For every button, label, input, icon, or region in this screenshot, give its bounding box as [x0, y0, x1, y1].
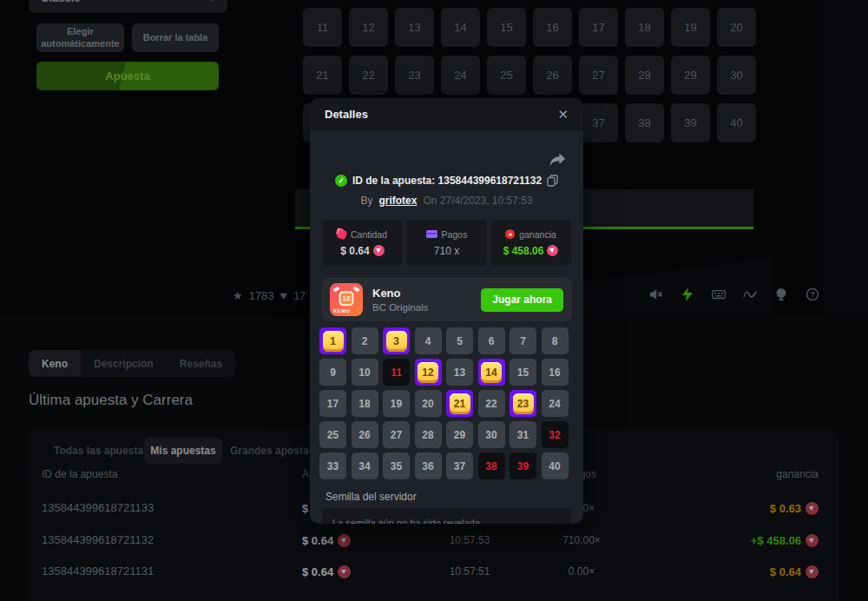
ticket-decoration [352, 286, 359, 292]
tile-number: 12 [339, 291, 354, 306]
keno-number-cell: 8 [542, 327, 569, 354]
tron-coin-icon [373, 245, 385, 256]
keno-number-cell: 5 [446, 327, 473, 354]
keno-number-cell: 21 [446, 390, 473, 417]
payout-icon [426, 230, 437, 238]
modal-keno-grid: 1234567891011121314151617181920212223242… [319, 327, 569, 479]
stat-amount-value: $ 0.64 [340, 245, 369, 257]
share-icon[interactable] [549, 152, 566, 168]
keno-number-cell: 18 [352, 390, 378, 417]
profit-icon [505, 229, 515, 239]
keno-number-cell: 30 [478, 421, 505, 448]
game-provider: BC Originals [372, 302, 429, 313]
keno-number-cell: 38 [478, 452, 505, 479]
stat-profit-value: $ 458.06 [503, 245, 544, 257]
modal-header: Detalles ✕ [310, 98, 583, 130]
stat-profit-label: ganancia [519, 229, 556, 240]
modal-title: Detalles [325, 108, 368, 121]
keno-number-cell: 32 [542, 421, 569, 448]
bet-id-text: ID de la apuesta: 135844399618721132 [352, 175, 542, 187]
keno-number-cell: 2 [352, 327, 378, 354]
bet-id-row: ✓ ID de la apuesta: 135844399618721132 [310, 175, 583, 187]
keno-number-cell: 4 [415, 327, 442, 354]
stat-profit: ganancia $ 458.06 [490, 220, 571, 266]
server-seed-field[interactable]: La semilla aún no ha sido revelada [322, 508, 571, 524]
keno-number-cell: 31 [510, 421, 536, 448]
keno-number-cell: 10 [352, 359, 378, 386]
hit-gold-chip: 23 [513, 393, 534, 414]
keno-game-thumbnail: 12 KENO [330, 283, 363, 316]
tron-coin-icon [547, 245, 558, 256]
copy-icon[interactable] [547, 175, 558, 187]
keno-game-page: Classic › Elegir automáticamente Borrar … [0, 0, 868, 601]
keno-number-cell: 3 [383, 327, 410, 354]
keno-number-cell: 35 [383, 452, 410, 479]
stat-payout-value: 710 x [434, 245, 459, 257]
keno-number-cell: 19 [383, 390, 410, 417]
keno-number-cell: 27 [383, 421, 410, 448]
keno-number-cell: 12 [415, 359, 442, 386]
bet-details-modal: Detalles ✕ ✓ ID de la apuesta: 135844399… [310, 98, 583, 524]
amount-icon [337, 228, 348, 240]
keno-number-cell: 28 [415, 421, 442, 448]
keno-number-cell: 40 [542, 452, 569, 479]
keno-number-cell: 34 [352, 452, 378, 479]
keno-number-cell: 17 [319, 390, 346, 417]
close-icon[interactable]: ✕ [557, 107, 569, 122]
keno-number-cell: 22 [478, 390, 505, 417]
bet-byline: By grifotex On 27/4/2023, 10:57:53 [310, 195, 583, 207]
keno-number-cell: 29 [446, 421, 473, 448]
keno-number-cell: 37 [446, 452, 473, 479]
tile-label: KENO [333, 308, 350, 314]
keno-number-cell: 25 [319, 421, 346, 448]
keno-number-cell: 26 [352, 421, 378, 448]
by-label: By [360, 195, 372, 207]
hit-gold-chip: 3 [386, 331, 407, 352]
stat-amount-label: Cantidad [351, 229, 387, 240]
keno-number-cell: 16 [542, 359, 569, 386]
stat-payout: Pagos 710 x [406, 220, 487, 266]
stat-amount: Cantidad $ 0.64 [322, 220, 403, 266]
hit-gold-chip: 14 [481, 362, 502, 383]
keno-number-cell: 1 [319, 327, 346, 354]
keno-number-cell: 23 [510, 390, 536, 417]
hit-gold-chip: 12 [418, 362, 438, 383]
keno-number-cell: 24 [542, 390, 569, 417]
game-card-text: Keno BC Originals [372, 287, 429, 313]
keno-number-cell: 33 [319, 452, 346, 479]
keno-number-cell: 39 [510, 452, 536, 479]
game-card: 12 KENO Keno BC Originals Jugar ahora [321, 278, 572, 321]
keno-number-cell: 20 [415, 390, 442, 417]
player-link[interactable]: grifotex [378, 195, 417, 207]
verified-shield-icon: ✓ [335, 175, 347, 187]
bet-datetime: On 27/4/2023, 10:57:53 [423, 195, 532, 207]
keno-number-cell: 13 [446, 359, 473, 386]
keno-number-cell: 9 [319, 359, 346, 386]
keno-number-cell: 36 [415, 452, 442, 479]
stat-payout-label: Pagos [442, 229, 468, 240]
game-name: Keno [372, 287, 429, 300]
bet-stats-row: Cantidad $ 0.64 Pagos 710 x ganancia $ 4… [322, 220, 571, 266]
ticket-decoration [332, 286, 339, 292]
keno-number-cell: 11 [383, 359, 410, 386]
keno-number-cell: 15 [510, 359, 536, 386]
hit-gold-chip: 21 [450, 393, 470, 414]
keno-number-cell: 14 [478, 359, 505, 386]
keno-number-cell: 6 [478, 327, 505, 354]
keno-number-cell: 7 [510, 327, 536, 354]
hit-gold-chip: 1 [323, 331, 344, 352]
play-now-button[interactable]: Jugar ahora [481, 288, 563, 312]
server-seed-label: Semilla del servidor [326, 491, 417, 503]
